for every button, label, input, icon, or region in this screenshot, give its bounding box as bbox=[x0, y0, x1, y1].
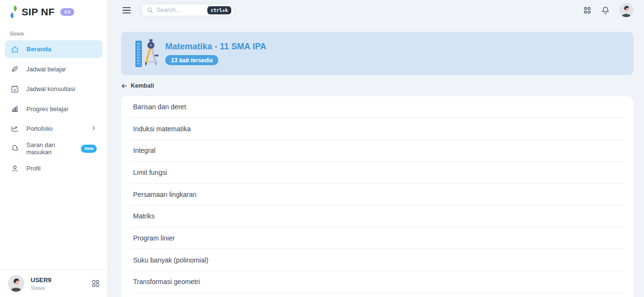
chapter-row[interactable]: Transformasi geometri bbox=[131, 271, 624, 293]
chevron-right-icon bbox=[90, 125, 97, 133]
sidebar-item-jadwal-belajar[interactable]: Jadwal belajar bbox=[5, 60, 102, 78]
search-shortcut-badge: ctrl+k bbox=[207, 6, 231, 14]
app-window: SIP NF V.3 Siswa Beranda Jadwal belajar … bbox=[0, 0, 644, 297]
leaf-logo-icon bbox=[9, 5, 19, 19]
back-link[interactable]: Kembali bbox=[121, 82, 154, 89]
chapter-row[interactable]: Integral bbox=[131, 140, 624, 162]
bell-icon[interactable] bbox=[601, 6, 610, 15]
chapter-row[interactable]: Program linier bbox=[131, 228, 624, 250]
sidebar-item-label: Portofolio bbox=[26, 125, 53, 132]
profile-avatar[interactable] bbox=[619, 3, 633, 17]
apps-grid-icon[interactable] bbox=[583, 6, 592, 15]
chapter-row[interactable]: Suku banyak (polinomial) bbox=[131, 249, 624, 271]
chapter-row[interactable]: Matriks bbox=[131, 206, 624, 228]
search-box: ctrl+k bbox=[140, 2, 236, 18]
sidebar-item-saran-dan-masukan[interactable]: Saran dan masukan New bbox=[5, 140, 102, 158]
search-icon bbox=[147, 7, 153, 13]
user-role: Siswa bbox=[31, 285, 51, 291]
user-name: USER9 bbox=[31, 276, 51, 284]
sidebar-item-beranda[interactable]: Beranda bbox=[5, 40, 102, 58]
chapter-row[interactable]: Limit fungsi bbox=[131, 162, 624, 184]
hamburger-menu-icon[interactable] bbox=[121, 5, 132, 15]
course-title: Matematika - 11 SMA IPA bbox=[165, 42, 266, 52]
sidebar-item-label: Saran dan masukan bbox=[26, 141, 74, 156]
chapter-row[interactable]: Persamaan lingkaran bbox=[131, 183, 624, 206]
topbar-actions bbox=[583, 3, 633, 17]
sidebar-item-portofolio[interactable]: Portofolio bbox=[5, 120, 102, 137]
user-avatar bbox=[8, 275, 24, 292]
sidebar-item-progres-belajar[interactable]: Progres belajar bbox=[5, 100, 102, 118]
sidebar-item-label: Beranda bbox=[26, 46, 51, 53]
sidebar-item-label: Jadwal belajar bbox=[26, 66, 66, 73]
chapter-row[interactable]: Barisan dan deret bbox=[131, 96, 624, 118]
version-badge: V.3 bbox=[60, 8, 74, 16]
sidebar-section-label: Siswa bbox=[10, 31, 107, 36]
user-icon bbox=[11, 164, 19, 173]
course-header-card: Matematika - 11 SMA IPA 13 bab tersedia bbox=[121, 32, 633, 75]
bar-chart-icon bbox=[11, 104, 19, 113]
sidebar-item-label: Progres belajar bbox=[26, 105, 68, 113]
chapter-count-badge: 13 bab tersedia bbox=[165, 55, 218, 65]
arrow-left-icon bbox=[121, 83, 127, 89]
search-input[interactable] bbox=[157, 7, 204, 13]
chat-icon bbox=[11, 144, 19, 153]
app-name: SIP NF bbox=[22, 6, 55, 18]
chapter-list-card: Barisan dan deret Induksi matematika Int… bbox=[121, 96, 633, 297]
topbar: ctrl+k bbox=[121, 0, 633, 20]
leaf-icon bbox=[11, 65, 19, 73]
sidebar-item-label: Jadwal konsultasi bbox=[26, 85, 75, 92]
back-label: Kembali bbox=[131, 82, 154, 89]
sidebar: SIP NF V.3 Siswa Beranda Jadwal belajar … bbox=[0, 0, 108, 297]
ruler-compass-icon bbox=[134, 39, 159, 69]
chapter-row[interactable]: Induksi matematika bbox=[131, 118, 624, 140]
sidebar-item-label: Profil bbox=[26, 165, 41, 172]
home-icon bbox=[11, 45, 19, 54]
layout-grid-icon[interactable] bbox=[91, 279, 100, 287]
sidebar-user-card[interactable]: USER9 Siswa bbox=[0, 269, 107, 297]
sidebar-nav: Beranda Jadwal belajar Jadwal konsultasi… bbox=[0, 40, 107, 177]
app-logo[interactable]: SIP NF V.3 bbox=[0, 0, 107, 19]
main-content: ctrl+k bbox=[108, 0, 644, 297]
calendar-check-icon bbox=[11, 85, 19, 93]
sidebar-item-profil[interactable]: Profil bbox=[5, 160, 102, 177]
sidebar-item-jadwal-konsultasi[interactable]: Jadwal konsultasi bbox=[5, 80, 102, 98]
trend-chart-icon bbox=[11, 125, 19, 133]
chapter-list: Barisan dan deret Induksi matematika Int… bbox=[131, 96, 624, 293]
new-badge: New bbox=[81, 145, 97, 153]
